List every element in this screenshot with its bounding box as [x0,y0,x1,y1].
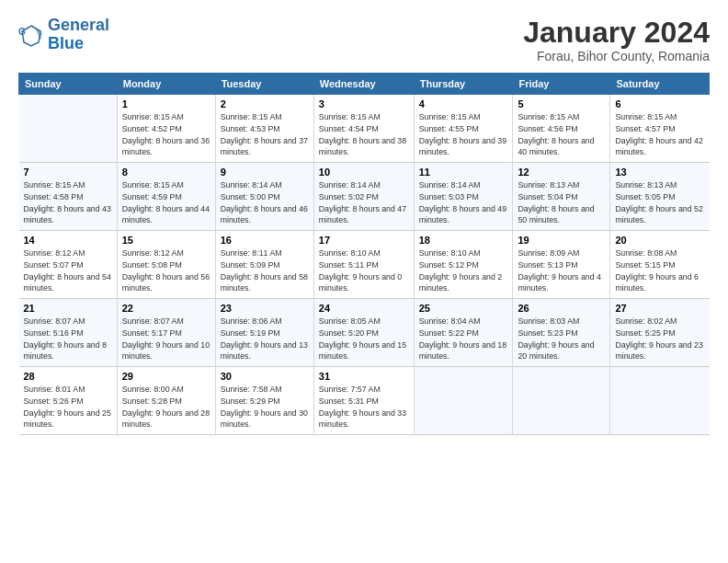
calendar-cell: 2Sunrise: 8:15 AM Sunset: 4:53 PM Daylig… [215,95,313,163]
day-info: Sunrise: 8:01 AM Sunset: 5:26 PM Dayligh… [24,384,112,431]
day-info: Sunrise: 8:06 AM Sunset: 5:19 PM Dayligh… [221,316,309,362]
day-info: Sunrise: 8:14 AM Sunset: 5:02 PM Dayligh… [319,179,409,226]
day-info: Sunrise: 8:03 AM Sunset: 5:23 PM Dayligh… [518,316,605,362]
calendar-cell [513,367,610,435]
day-info: Sunrise: 8:13 AM Sunset: 5:04 PM Dayligh… [518,179,605,226]
weekday-row: SundayMondayTuesdayWednesdayThursdayFrid… [19,74,710,95]
day-info: Sunrise: 8:15 AM Sunset: 4:53 PM Dayligh… [221,111,309,158]
weekday-header: Tuesday [215,74,313,95]
day-number: 3 [319,98,409,109]
day-number: 30 [221,371,309,382]
day-info: Sunrise: 8:11 AM Sunset: 5:09 PM Dayligh… [221,247,309,294]
calendar-cell: 15Sunrise: 8:12 AM Sunset: 5:08 PM Dayli… [117,231,215,299]
day-info: Sunrise: 8:00 AM Sunset: 5:28 PM Dayligh… [122,384,210,431]
day-number: 29 [122,371,210,382]
calendar-week-row: 1Sunrise: 8:15 AM Sunset: 4:52 PM Daylig… [19,95,710,163]
weekday-header: Friday [513,74,610,95]
day-info: Sunrise: 8:15 AM Sunset: 4:54 PM Dayligh… [319,111,409,158]
page-header: G General Blue January 2024 Forau, Bihor… [18,17,710,63]
day-info: Sunrise: 8:15 AM Sunset: 4:56 PM Dayligh… [518,111,605,158]
calendar-week-row: 7Sunrise: 8:15 AM Sunset: 4:58 PM Daylig… [19,163,710,231]
day-info: Sunrise: 8:12 AM Sunset: 5:07 PM Dayligh… [24,247,112,294]
day-info: Sunrise: 8:12 AM Sunset: 5:08 PM Dayligh… [122,247,210,294]
calendar-header: SundayMondayTuesdayWednesdayThursdayFrid… [19,74,710,95]
day-number: 7 [24,167,112,178]
day-info: Sunrise: 8:09 AM Sunset: 5:13 PM Dayligh… [518,247,605,294]
weekday-header: Saturday [610,74,710,95]
day-number: 26 [518,303,605,314]
calendar-cell: 30Sunrise: 7:58 AM Sunset: 5:29 PM Dayli… [215,367,313,435]
calendar-cell: 19Sunrise: 8:09 AM Sunset: 5:13 PM Dayli… [513,231,610,299]
logo-text: General Blue [48,17,109,53]
day-info: Sunrise: 8:04 AM Sunset: 5:22 PM Dayligh… [419,316,508,362]
calendar-cell: 28Sunrise: 8:01 AM Sunset: 5:26 PM Dayli… [19,367,118,435]
day-info: Sunrise: 8:07 AM Sunset: 5:17 PM Dayligh… [122,316,210,362]
calendar-cell [414,367,513,435]
calendar-week-row: 28Sunrise: 8:01 AM Sunset: 5:26 PM Dayli… [19,367,710,435]
day-info: Sunrise: 8:02 AM Sunset: 5:25 PM Dayligh… [615,316,704,362]
month-title: January 2024 [523,17,710,49]
day-info: Sunrise: 8:15 AM Sunset: 4:58 PM Dayligh… [24,179,112,226]
calendar-cell: 4Sunrise: 8:15 AM Sunset: 4:55 PM Daylig… [414,95,513,163]
day-number: 21 [24,303,112,314]
title-block: January 2024 Forau, Bihor County, Romani… [523,17,710,63]
calendar-week-row: 21Sunrise: 8:07 AM Sunset: 5:16 PM Dayli… [19,299,710,367]
day-number: 18 [419,235,508,246]
calendar-page: G General Blue January 2024 Forau, Bihor… [0,0,728,563]
weekday-header: Sunday [19,74,118,95]
day-number: 31 [319,371,409,382]
calendar-cell: 3Sunrise: 8:15 AM Sunset: 4:54 PM Daylig… [313,95,414,163]
calendar-cell: 16Sunrise: 8:11 AM Sunset: 5:09 PM Dayli… [215,231,313,299]
day-info: Sunrise: 8:07 AM Sunset: 5:16 PM Dayligh… [24,316,112,362]
calendar-cell: 18Sunrise: 8:10 AM Sunset: 5:12 PM Dayli… [414,231,513,299]
day-number: 22 [122,303,210,314]
day-info: Sunrise: 7:57 AM Sunset: 5:31 PM Dayligh… [319,384,409,431]
calendar-body: 1Sunrise: 8:15 AM Sunset: 4:52 PM Daylig… [19,95,710,435]
day-number: 13 [615,167,704,178]
day-number: 11 [419,167,508,178]
calendar-cell: 17Sunrise: 8:10 AM Sunset: 5:11 PM Dayli… [313,231,414,299]
calendar-cell: 14Sunrise: 8:12 AM Sunset: 5:07 PM Dayli… [19,231,118,299]
logo-icon: G [18,22,44,48]
calendar-cell [610,367,710,435]
day-number: 23 [221,303,309,314]
day-info: Sunrise: 8:15 AM Sunset: 4:55 PM Dayligh… [419,111,508,158]
weekday-header: Thursday [414,74,513,95]
day-number: 9 [221,167,309,178]
calendar-cell: 1Sunrise: 8:15 AM Sunset: 4:52 PM Daylig… [117,95,215,163]
calendar-cell: 23Sunrise: 8:06 AM Sunset: 5:19 PM Dayli… [215,299,313,367]
calendar-cell: 5Sunrise: 8:15 AM Sunset: 4:56 PM Daylig… [513,95,610,163]
day-info: Sunrise: 8:14 AM Sunset: 5:03 PM Dayligh… [419,179,508,226]
day-number: 1 [122,98,210,109]
day-info: Sunrise: 8:08 AM Sunset: 5:15 PM Dayligh… [615,247,704,294]
calendar-cell: 31Sunrise: 7:57 AM Sunset: 5:31 PM Dayli… [313,367,414,435]
calendar-cell: 11Sunrise: 8:14 AM Sunset: 5:03 PM Dayli… [414,163,513,231]
calendar-cell: 10Sunrise: 8:14 AM Sunset: 5:02 PM Dayli… [313,163,414,231]
day-number: 2 [221,98,309,109]
calendar-cell: 6Sunrise: 8:15 AM Sunset: 4:57 PM Daylig… [610,95,710,163]
calendar-cell: 13Sunrise: 8:13 AM Sunset: 5:05 PM Dayli… [610,163,710,231]
day-info: Sunrise: 8:15 AM Sunset: 4:52 PM Dayligh… [122,111,210,158]
day-number: 5 [518,98,605,109]
calendar-cell: 24Sunrise: 8:05 AM Sunset: 5:20 PM Dayli… [313,299,414,367]
day-number: 24 [319,303,409,314]
calendar-cell: 7Sunrise: 8:15 AM Sunset: 4:58 PM Daylig… [19,163,118,231]
day-number: 6 [615,98,704,109]
calendar-cell: 12Sunrise: 8:13 AM Sunset: 5:04 PM Dayli… [513,163,610,231]
day-number: 15 [122,235,210,246]
calendar-cell: 26Sunrise: 8:03 AM Sunset: 5:23 PM Dayli… [513,299,610,367]
calendar-cell: 27Sunrise: 8:02 AM Sunset: 5:25 PM Dayli… [610,299,710,367]
day-info: Sunrise: 8:10 AM Sunset: 5:11 PM Dayligh… [319,247,409,294]
day-number: 25 [419,303,508,314]
calendar-table: SundayMondayTuesdayWednesdayThursdayFrid… [18,73,710,435]
day-number: 14 [24,235,112,246]
calendar-week-row: 14Sunrise: 8:12 AM Sunset: 5:07 PM Dayli… [19,231,710,299]
calendar-cell [19,95,118,163]
day-info: Sunrise: 8:10 AM Sunset: 5:12 PM Dayligh… [419,247,508,294]
logo: G General Blue [18,17,109,53]
day-number: 17 [319,235,409,246]
day-number: 12 [518,167,605,178]
day-number: 20 [615,235,704,246]
calendar-cell: 21Sunrise: 8:07 AM Sunset: 5:16 PM Dayli… [19,299,118,367]
location: Forau, Bihor County, Romania [523,49,710,63]
